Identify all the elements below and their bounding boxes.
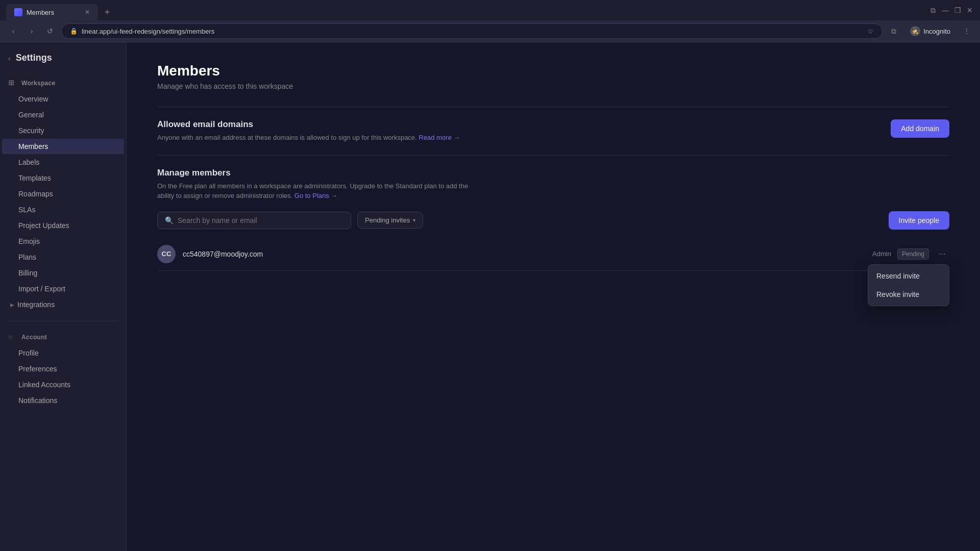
resend-invite-item[interactable]: Resend invite <box>868 267 949 285</box>
context-menu: Resend invite Revoke invite <box>868 264 949 306</box>
page-title: Members <box>157 63 949 79</box>
status-badge: Pending <box>897 248 929 260</box>
sidebar-item-linked-accounts[interactable]: Linked Accounts <box>2 377 124 392</box>
read-more-link[interactable]: Read more → <box>419 134 460 141</box>
address-bar[interactable]: 🔒 linear.app/ui-feed-redesign/settings/m… <box>61 23 883 39</box>
sidebar-divider <box>8 321 118 321</box>
sidebar-header[interactable]: ‹ Settings <box>0 42 126 71</box>
browser-actions: ⧉ 🕵 Incognito ⋮ <box>887 24 974 38</box>
sidebar-title: Settings <box>16 53 52 63</box>
app-layout: ‹ Settings ⊞ Workspace Overview General … <box>0 42 980 551</box>
members-list: CC cc540897@moodjoy.com Admin Pending ··… <box>157 238 949 271</box>
incognito-icon: 🕵 <box>910 26 920 36</box>
integrations-arrow: ▶ <box>10 302 14 308</box>
revoke-invite-item[interactable]: Revoke invite <box>868 285 949 304</box>
sidebar-item-roadmaps[interactable]: Roadmaps <box>2 186 124 202</box>
sidebar-item-preferences[interactable]: Preferences <box>2 361 124 377</box>
sidebar-item-label: Emojis <box>18 237 40 245</box>
incognito-btn[interactable]: 🕵 Incognito <box>905 24 955 38</box>
sidebar-item-notifications[interactable]: Notifications <box>2 393 124 408</box>
manage-members-section: Manage members On the Free plan all memb… <box>157 168 949 271</box>
sidebar-item-plans[interactable]: Plans <box>2 249 124 265</box>
back-btn[interactable]: ‹ <box>6 24 20 38</box>
allowed-domains-description: Anyone with an email address at these do… <box>157 133 460 143</box>
tab-favicon <box>14 8 22 16</box>
allowed-domains-section: Allowed email domains Anyone with an ema… <box>157 119 949 143</box>
sidebar-item-billing[interactable]: Billing <box>2 265 124 281</box>
account-section-label: ○ Account <box>0 330 126 345</box>
window-minimize-btn[interactable]: — <box>941 6 949 14</box>
search-wrapper[interactable]: 🔍 <box>157 212 351 229</box>
lock-icon: 🔒 <box>70 28 78 35</box>
add-domain-btn[interactable]: Add domain <box>891 119 949 138</box>
window-close-btn[interactable]: ✕ <box>966 6 974 14</box>
sidebar-item-label: Preferences <box>18 365 57 373</box>
sidebar-item-project-updates[interactable]: Project Updates <box>2 218 124 233</box>
pending-invites-filter[interactable]: Pending invites ▾ <box>357 212 423 229</box>
invite-people-btn[interactable]: Invite people <box>889 211 949 230</box>
sidebar-item-label: Labels <box>18 158 39 166</box>
search-input[interactable] <box>178 216 344 224</box>
member-role: Admin <box>872 250 891 258</box>
workspace-icon: ⊞ <box>8 79 17 88</box>
sidebar-item-label: Templates <box>18 174 51 182</box>
forward-btn[interactable]: › <box>24 24 39 38</box>
integrations-label: Integrations <box>17 300 55 309</box>
sidebar-item-label: Profile <box>18 349 39 357</box>
allowed-domains-text: Allowed email domains Anyone with an ema… <box>157 119 460 143</box>
sidebar: ‹ Settings ⊞ Workspace Overview General … <box>0 42 127 551</box>
avatar: CC <box>157 245 176 263</box>
sidebar-item-label: Import / Export <box>18 285 65 293</box>
sidebar-item-overview[interactable]: Overview <box>2 91 124 107</box>
sidebar-item-label: Members <box>18 142 48 151</box>
member-email: cc540897@moodjoy.com <box>183 250 872 258</box>
account-label: Account <box>21 334 47 341</box>
workspace-section-label: ⊞ Workspace <box>0 76 126 91</box>
bookmark-icon[interactable]: ☆ <box>867 27 874 35</box>
sidebar-back-icon[interactable]: ‹ <box>8 54 11 62</box>
incognito-label: Incognito <box>923 28 950 35</box>
sidebar-item-label: General <box>18 111 44 119</box>
member-more-btn[interactable]: ··· <box>935 247 949 261</box>
members-toolbar: 🔍 Pending invites ▾ Invite people <box>157 211 949 230</box>
sidebar-item-label: Billing <box>18 269 37 277</box>
account-section: ○ Account Profile Preferences Linked Acc… <box>0 325 126 413</box>
allowed-domains-header: Allowed email domains Anyone with an ema… <box>157 119 949 143</box>
divider-2 <box>157 155 949 156</box>
url-text: linear.app/ui-feed-redesign/settings/mem… <box>82 28 214 35</box>
sidebar-item-label: Notifications <box>18 396 57 405</box>
window-controls: ⧉ — ❐ ✕ <box>929 6 974 18</box>
sidebar-item-security[interactable]: Security <box>2 123 124 138</box>
refresh-btn[interactable]: ↺ <box>43 24 57 38</box>
active-tab[interactable]: Members ✕ <box>6 4 98 20</box>
sidebar-item-import-export[interactable]: Import / Export <box>2 281 124 296</box>
sidebar-item-members[interactable]: Members <box>2 139 124 154</box>
sidebar-item-labels[interactable]: Labels <box>2 155 124 170</box>
window-maximize-btn[interactable]: ❐ <box>953 6 962 14</box>
sidebar-item-label: Project Updates <box>18 221 69 230</box>
main-content: Members Manage who has access to this wo… <box>127 42 980 551</box>
search-icon: 🔍 <box>165 216 174 224</box>
filter-chevron-icon: ▾ <box>413 217 415 223</box>
table-row: CC cc540897@moodjoy.com Admin Pending ··… <box>157 238 949 271</box>
page-subtitle: Manage who has access to this workspace <box>157 82 949 90</box>
extensions-btn[interactable]: ⧉ <box>887 24 901 38</box>
sidebar-item-profile[interactable]: Profile <box>2 345 124 361</box>
menu-btn[interactable]: ⋮ <box>960 24 974 38</box>
address-bar-row: ‹ › ↺ 🔒 linear.app/ui-feed-redesign/sett… <box>0 20 980 42</box>
new-tab-btn[interactable]: + <box>100 5 114 19</box>
go-to-plans-link[interactable]: Go to Plans → <box>295 192 338 199</box>
tab-close-btn[interactable]: ✕ <box>85 9 90 16</box>
sidebar-item-label: Security <box>18 127 44 135</box>
sidebar-item-slas[interactable]: SLAs <box>2 202 124 217</box>
window-tile-btn[interactable]: ⧉ <box>929 6 937 14</box>
sidebar-item-label: SLAs <box>18 206 35 214</box>
sidebar-item-integrations[interactable]: ▶ Integrations <box>2 297 124 312</box>
manage-members-title: Manage members <box>157 168 949 178</box>
sidebar-item-emojis[interactable]: Emojis <box>2 234 124 249</box>
sidebar-item-templates[interactable]: Templates <box>2 170 124 186</box>
workspace-label: Workspace <box>21 80 56 87</box>
allowed-domains-title: Allowed email domains <box>157 119 460 130</box>
workspace-section: ⊞ Workspace Overview General Security Me… <box>0 71 126 317</box>
sidebar-item-general[interactable]: General <box>2 107 124 122</box>
